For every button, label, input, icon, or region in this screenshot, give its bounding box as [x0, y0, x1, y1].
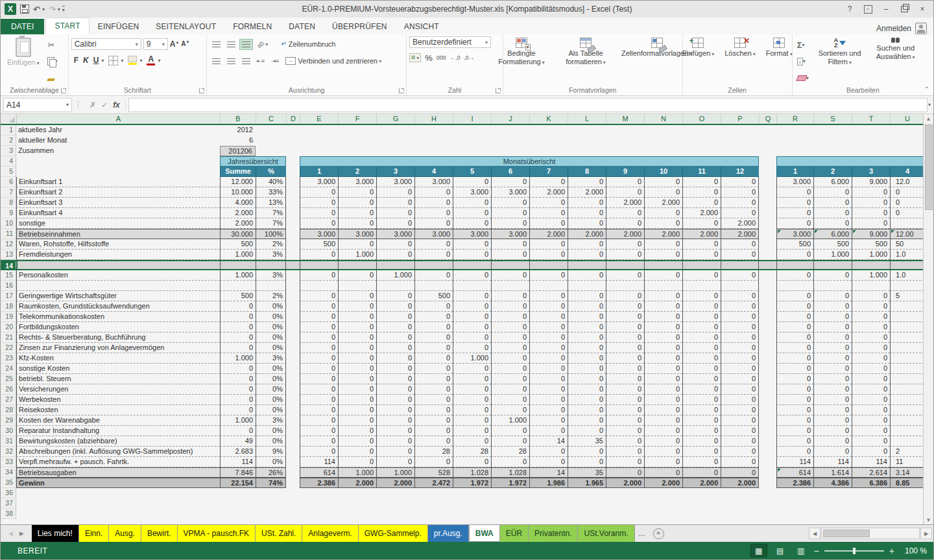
cell-G28[interactable]: 0 — [376, 405, 414, 415]
cell-I20[interactable]: 0 — [453, 322, 491, 332]
sheet-tab-eür[interactable]: EÜR — [500, 525, 529, 542]
cell-C27[interactable]: 0% — [256, 395, 286, 405]
cell-R32[interactable]: 0 — [776, 447, 813, 457]
cell-J29[interactable]: 1.000 — [491, 415, 529, 426]
cell-J28[interactable]: 0 — [491, 405, 529, 415]
cell-E28[interactable]: 0 — [300, 405, 338, 415]
cell-U10[interactable] — [890, 218, 923, 229]
cell-O16[interactable] — [682, 281, 721, 291]
cell-S16[interactable] — [813, 281, 852, 291]
cell-H21[interactable]: 0 — [414, 332, 453, 343]
cell-P8[interactable]: 0 — [721, 198, 759, 208]
cell-T25[interactable]: 0 — [852, 374, 890, 384]
cell-O20[interactable]: 0 — [682, 322, 721, 332]
cell-M25[interactable]: 0 — [606, 374, 644, 384]
cell-E21[interactable]: 0 — [300, 332, 338, 343]
cell-U32[interactable]: 2 — [890, 447, 923, 457]
cell-R34[interactable]: 614 — [776, 467, 813, 478]
cell-T15[interactable]: 1.000 — [852, 270, 890, 281]
row-header-3[interactable]: 3 — [1, 146, 16, 156]
cell-Q22[interactable] — [759, 343, 776, 353]
cell-O7[interactable]: 0 — [682, 187, 721, 198]
col-header-N[interactable]: N — [645, 114, 683, 124]
cell-E24[interactable]: 0 — [300, 364, 338, 374]
cell-H28[interactable]: 0 — [414, 405, 453, 415]
cell-L29[interactable]: 0 — [568, 415, 606, 426]
cell-D30[interactable] — [286, 426, 300, 436]
cell-E19[interactable]: 0 — [300, 312, 338, 322]
row-header-19[interactable]: 19 — [1, 312, 16, 322]
name-box-splitter[interactable]: ⋮ — [75, 100, 82, 109]
cell-Q9[interactable] — [759, 208, 776, 218]
merge-center-button[interactable]: ↔ Verbinden und zentrieren — [283, 54, 384, 67]
cell-Q5[interactable] — [759, 167, 776, 177]
row-header-9[interactable]: 9 — [1, 208, 16, 218]
tab-seitenlayout[interactable]: SEITENLAYOUT — [147, 19, 224, 34]
cell-F32[interactable]: 0 — [338, 447, 376, 457]
cell-J17[interactable]: 0 — [491, 291, 529, 301]
cell-P18[interactable]: 0 — [721, 301, 759, 312]
tab-ueberpruefen[interactable]: ÜBERPRÜFEN — [324, 19, 396, 34]
cell-L11[interactable]: 2.000 — [568, 229, 606, 239]
row-header-7[interactable]: 7 — [1, 187, 16, 198]
sheet-tab-anlageverm-[interactable]: Anlageverm. — [302, 525, 358, 542]
cell-J21[interactable]: 0 — [491, 332, 529, 343]
cell-I15[interactable]: 0 — [453, 270, 491, 281]
row-header-14[interactable]: 14 — [1, 261, 16, 269]
cell-A10[interactable]: sonstige — [16, 218, 220, 229]
cell-N17[interactable]: 0 — [644, 291, 682, 301]
sheet-tab-ust-zahl-[interactable]: USt. Zahl. — [256, 525, 302, 542]
cell-N25[interactable]: 0 — [644, 374, 682, 384]
cell-R16[interactable] — [776, 281, 813, 291]
cell-T19[interactable]: 0 — [852, 312, 890, 322]
cell-D20[interactable] — [286, 322, 300, 332]
cell-U22[interactable] — [890, 343, 923, 353]
cell-K15[interactable]: 0 — [529, 270, 568, 281]
cell-C7[interactable]: 33% — [256, 187, 286, 198]
cell-C18[interactable]: 0% — [256, 301, 286, 312]
next-sheet-icon[interactable]: ▶ — [19, 530, 24, 537]
cell-O34[interactable]: 0 — [682, 467, 721, 478]
formula-input[interactable] — [128, 98, 928, 112]
cell-L26[interactable]: 0 — [568, 384, 606, 395]
cell-G19[interactable]: 0 — [376, 312, 414, 322]
cell-S24[interactable]: 0 — [813, 364, 852, 374]
cell-N26[interactable]: 0 — [644, 384, 682, 395]
cell-A32[interactable]: Abschreibungen (inkl. Auflösung GWG-Samm… — [16, 447, 220, 457]
cell-A25[interactable]: betriebl. Steuern — [16, 374, 220, 384]
cell-B34[interactable]: 7.846 — [220, 467, 256, 478]
align-right-icon[interactable] — [239, 56, 253, 67]
cell-C22[interactable]: 0% — [256, 343, 286, 353]
col-header-L[interactable]: L — [568, 114, 606, 124]
cell-U17[interactable]: 5 — [890, 291, 923, 301]
cell-M17[interactable]: 0 — [606, 291, 644, 301]
col-header-U[interactable]: U — [891, 114, 923, 124]
cell-E7[interactable]: 0 — [300, 187, 338, 198]
cell-A21[interactable]: Rechts- & Steuerberatung, Buchführung — [16, 332, 220, 343]
cell-K21[interactable]: 0 — [529, 332, 568, 343]
row-header-26[interactable]: 26 — [1, 384, 16, 395]
cell-Q33[interactable] — [759, 457, 776, 467]
cell-S21[interactable]: 0 — [813, 332, 852, 343]
format-cells-button[interactable]: Format — [762, 36, 796, 85]
cell-T9[interactable]: 0 — [852, 208, 890, 218]
cell-F7[interactable]: 0 — [338, 187, 376, 198]
cell-D24[interactable] — [286, 364, 300, 374]
cell-Q25[interactable] — [759, 374, 776, 384]
cell-C6[interactable]: 40% — [256, 177, 286, 187]
row-header-28[interactable]: 28 — [1, 405, 16, 415]
cell-S35[interactable]: 4.386 — [813, 478, 852, 488]
sheet-tab-pr-ausg-[interactable]: pr.Ausg. — [428, 525, 469, 542]
cell-R31[interactable]: 0 — [776, 436, 813, 447]
cell-D6[interactable] — [286, 177, 300, 187]
cell-K29[interactable]: 0 — [529, 415, 568, 426]
scroll-up-icon[interactable]: ▲ — [926, 114, 931, 123]
vertical-scroll-thumb[interactable] — [925, 124, 933, 210]
cell-G7[interactable]: 0 — [376, 187, 414, 198]
cell-P16[interactable] — [721, 281, 759, 291]
cell-K31[interactable]: 14 — [529, 436, 568, 447]
cell-U35[interactable]: 8.85 — [890, 478, 923, 488]
cell-M29[interactable]: 0 — [606, 415, 644, 426]
cell-A33[interactable]: Verpfl.mehraufw. + pausch. Fahrtk. — [16, 457, 220, 467]
cell-B17[interactable]: 500 — [220, 291, 256, 301]
